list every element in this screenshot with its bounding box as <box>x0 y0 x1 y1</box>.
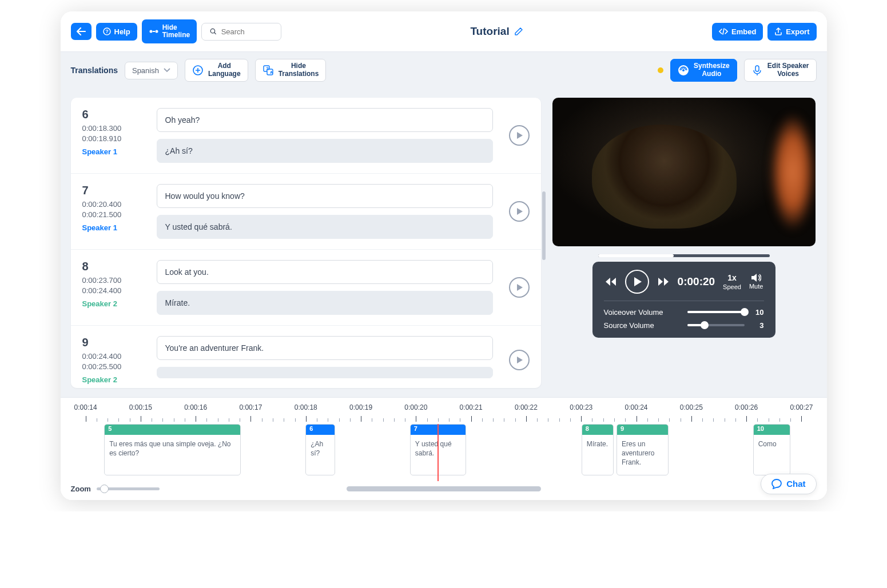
rewind-button[interactable] <box>604 277 617 286</box>
ruler-tick-label: 0:00:14 <box>74 403 97 411</box>
play-segment-button[interactable] <box>509 201 530 222</box>
ruler-tick-label: 0:00:18 <box>295 403 317 411</box>
question-icon: ? <box>103 27 111 35</box>
translation-text-input[interactable] <box>157 367 493 378</box>
play-segment-button[interactable] <box>509 350 530 370</box>
edit-speaker-voices-button[interactable]: Edit Speaker Voices <box>744 59 817 82</box>
chat-icon <box>771 479 782 489</box>
app-window: ? Help Hide Timeline Tutorial Embed Expo… <box>61 11 827 500</box>
source-text-input[interactable]: Oh yeah? <box>157 108 493 132</box>
segment-speaker[interactable]: Speaker 2 <box>82 375 145 384</box>
clip-text: Eres un aventurero Frank. <box>617 435 668 472</box>
segment-body: Look at you. Mírate. <box>157 260 493 315</box>
segment-row: 7 0:00:20.4000:00:21.500 Speaker 1 How w… <box>71 174 541 250</box>
ruler-tick-label: 0:00:22 <box>515 403 538 411</box>
playhead[interactable] <box>437 424 439 481</box>
segment-number: 8 <box>82 260 145 273</box>
edit-title-icon[interactable] <box>514 27 523 36</box>
timeline-track[interactable]: 5Tu eres más que una simple oveja. ¿No e… <box>71 424 817 481</box>
search-input[interactable] <box>201 23 281 41</box>
video-progress[interactable] <box>598 254 770 257</box>
ruler-tick-label: 0:00:23 <box>570 403 592 411</box>
ruler-tick-label: 0:00:15 <box>129 403 152 411</box>
video-preview[interactable] <box>552 98 816 246</box>
clip-number: 9 <box>617 425 668 435</box>
play-segment-button[interactable] <box>509 125 530 146</box>
translation-text-input[interactable]: ¿Ah sí? <box>157 139 493 163</box>
svg-text:文: 文 <box>265 66 269 70</box>
scrollbar[interactable] <box>542 191 546 260</box>
segment-row: 9 0:00:24.4000:00:25.500 Speaker 2 You'r… <box>71 326 541 388</box>
chat-label: Chat <box>786 479 805 489</box>
translations-toolbar: Translations Spanish Add Language 文A Hid… <box>61 51 827 89</box>
player-controls: 0:00:20 1xSpeed Mute Voiceover Volume 10… <box>592 262 775 338</box>
timeline-clip[interactable]: 8Mírate. <box>582 424 614 475</box>
voiceover-volume-label: Voiceover Volume <box>604 308 681 317</box>
segment-time: 0:00:18.3000:00:18.910 <box>82 123 145 144</box>
export-icon <box>774 27 782 35</box>
microphone-icon <box>751 65 763 76</box>
svg-line-6 <box>214 33 216 34</box>
translate-icon: 文A <box>262 65 274 76</box>
segment-list[interactable]: 6 0:00:18.3000:00:18.910 Speaker 1 Oh ye… <box>71 98 541 388</box>
translation-text-input[interactable]: Y usted qué sabrá. <box>157 215 493 239</box>
ruler-tick-label: 0:00:20 <box>404 403 427 411</box>
clip-text: Como <box>754 435 790 453</box>
segment-row: 6 0:00:18.3000:00:18.910 Speaker 1 Oh ye… <box>71 98 541 174</box>
segment-speaker[interactable]: Speaker 1 <box>82 147 145 156</box>
zoom-slider[interactable] <box>97 487 160 490</box>
clip-text: Mírate. <box>582 435 613 453</box>
chat-button[interactable]: Chat <box>761 474 816 494</box>
timeline-clip[interactable]: 9Eres un aventurero Frank. <box>616 424 669 475</box>
title-text: Tutorial <box>470 25 509 38</box>
speed-control[interactable]: 1xSpeed <box>723 273 741 291</box>
help-button[interactable]: ? Help <box>96 23 137 41</box>
play-segment-button[interactable] <box>509 277 530 298</box>
hide-translations-button[interactable]: 文A Hide Translations <box>255 59 327 82</box>
source-volume-slider[interactable] <box>687 324 745 326</box>
timeline-ruler[interactable]: 0:00:140:00:150:00:160:00:170:00:180:00:… <box>71 398 817 422</box>
clip-number: 6 <box>306 425 335 435</box>
segment-number: 9 <box>82 336 145 349</box>
help-label: Help <box>114 27 130 36</box>
segment-editor: 6 0:00:18.3000:00:18.910 Speaker 1 Oh ye… <box>61 89 547 397</box>
hide-timeline-label: Hide Timeline <box>162 24 190 39</box>
segment-speaker[interactable]: Speaker 1 <box>82 223 145 232</box>
ruler-tick-label: 0:00:16 <box>184 403 207 411</box>
timeline-clip[interactable]: 10Como <box>753 424 790 475</box>
current-time: 0:00:20 <box>678 275 715 288</box>
timeline-clip[interactable]: 5Tu eres más que una simple oveja. ¿No e… <box>104 424 241 475</box>
timeline-clip[interactable]: 6¿Ah sí? <box>305 424 335 475</box>
add-language-button[interactable]: Add Language <box>185 59 248 82</box>
synthesize-audio-button[interactable]: Synthesize Audio <box>670 59 737 82</box>
ruler-tick-label: 0:00:25 <box>680 403 703 411</box>
svg-point-13 <box>682 69 685 71</box>
export-button[interactable]: Export <box>767 23 816 41</box>
forward-button[interactable] <box>657 277 670 286</box>
audio-wave-icon <box>678 65 689 76</box>
voiceover-volume-slider[interactable] <box>687 311 745 313</box>
translation-text-input[interactable]: Mírate. <box>157 291 493 315</box>
svg-point-4 <box>155 30 158 33</box>
mute-button[interactable]: Mute <box>749 273 763 290</box>
source-volume-row: Source Volume 3 <box>604 321 764 330</box>
plus-circle-icon <box>192 65 204 76</box>
page-title: Tutorial <box>286 25 707 38</box>
language-select[interactable]: Spanish <box>125 62 178 79</box>
play-button[interactable] <box>625 270 649 294</box>
source-text-input[interactable]: You're an adventurer Frank. <box>157 336 493 360</box>
source-volume-label: Source Volume <box>604 321 681 330</box>
back-button[interactable] <box>71 23 92 40</box>
search-field[interactable] <box>221 27 273 36</box>
embed-label: Embed <box>731 27 756 36</box>
embed-button[interactable]: Embed <box>712 23 763 41</box>
timeline: 0:00:140:00:150:00:160:00:170:00:180:00:… <box>61 397 827 500</box>
hide-timeline-button[interactable]: Hide Timeline <box>142 19 197 43</box>
horizontal-scrollbar[interactable] <box>347 486 541 491</box>
segment-meta: 9 0:00:24.4000:00:25.500 Speaker 2 <box>82 336 145 384</box>
source-text-input[interactable]: How would you know? <box>157 184 493 208</box>
segment-speaker[interactable]: Speaker 2 <box>82 299 145 308</box>
segment-row: 8 0:00:23.7000:00:24.400 Speaker 2 Look … <box>71 250 541 326</box>
source-volume-value: 3 <box>751 321 764 330</box>
source-text-input[interactable]: Look at you. <box>157 260 493 284</box>
